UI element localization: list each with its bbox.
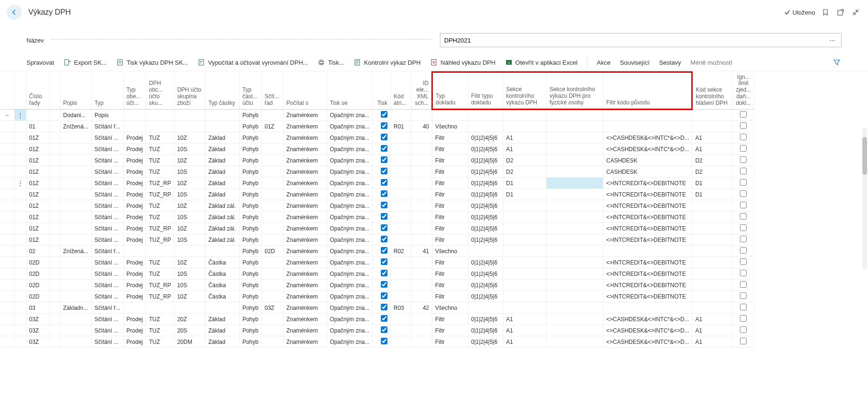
cell-dph-ucto[interactable] (174, 110, 205, 121)
cell-kod-sekce[interactable] (692, 302, 733, 314)
ign-checkbox[interactable] (740, 236, 747, 242)
cell-tisk[interactable] (373, 166, 391, 178)
cell-filtr-typu[interactable]: 0|1|2|4|5|6 (468, 212, 503, 223)
ign-checkbox[interactable] (740, 326, 747, 333)
cell-sekce-kv[interactable]: D2 (503, 155, 547, 166)
table-row[interactable]: 01ZSčítání ...ProdejTUZ_RP10SZáklad zál.… (0, 234, 754, 246)
cell-filtr-kodu[interactable]: <>INTCREDIT&<>DEBITNOTE (603, 291, 692, 302)
table-row[interactable]: 01ZSčítání ...ProdejTUZ10SZákladPohybZna… (0, 166, 754, 178)
reports-button[interactable]: Sestavy (659, 59, 681, 66)
cell-typ[interactable]: Sčítání ř... (91, 121, 123, 132)
cell-typ-dokladu[interactable]: Filtr (432, 200, 468, 212)
row-menu[interactable] (14, 336, 26, 348)
cell-pocitat-s[interactable]: Znaménkem (283, 246, 327, 257)
cell-id-xml[interactable] (412, 291, 432, 302)
cell-tisk[interactable] (373, 200, 391, 212)
cell-typ-cast-uctu[interactable]: Pohyb (239, 223, 261, 234)
row-menu[interactable] (14, 132, 26, 144)
cell-sekce-kv[interactable] (503, 223, 547, 234)
related-button[interactable]: Související (620, 59, 650, 66)
ign-checkbox[interactable] (740, 338, 747, 344)
table-row[interactable]: 03ZSčítání ...ProdejTUZ20SZákladPohybZna… (0, 325, 754, 336)
cell-typ[interactable]: Sčítání ... (91, 155, 123, 166)
cell-typ-castky[interactable]: Základ (205, 178, 239, 189)
cell-kod-sekce[interactable] (692, 110, 733, 121)
cell-ign[interactable] (733, 144, 754, 155)
cell-scit-rad[interactable] (261, 144, 283, 155)
cell-tisk[interactable] (373, 110, 391, 121)
cell-id-xml[interactable] (412, 132, 432, 144)
cell-filtr-typu[interactable] (468, 302, 503, 314)
cell-dph-ucto[interactable]: 20DM (174, 336, 205, 348)
cell-dph-obch[interactable]: TUZ (146, 268, 174, 280)
cell-row-no[interactable]: 03Z (26, 336, 50, 348)
cell-tisk[interactable] (373, 336, 391, 348)
cell-tisk-se[interactable]: Opačným zna... (327, 268, 372, 280)
cell-tisk[interactable] (373, 189, 391, 200)
cell-dph-obch[interactable]: TUZ (146, 144, 174, 155)
cell-scit-rad[interactable]: 01Z (261, 121, 283, 132)
cell-tisk-se[interactable]: Opačným zna... (327, 302, 372, 314)
cell-id-xml[interactable] (412, 189, 432, 200)
cell-typ[interactable]: Sčítání ... (91, 234, 123, 246)
cell-filtr-kodu[interactable]: <>CASHDESK&<>INTC*&<>D... (603, 336, 692, 348)
cell-filtr-kodu[interactable]: <>CASHDESK&<>INTC*&<>D... (603, 144, 692, 155)
tisk-checkbox[interactable] (381, 134, 387, 140)
cell-dph-ucto[interactable]: 10S (174, 280, 205, 291)
cell-typ[interactable]: Sčítání ... (91, 178, 123, 189)
cell-ign[interactable] (733, 325, 754, 336)
cell-typ-obch[interactable]: Prodej (123, 200, 146, 212)
cell-typ[interactable]: Sčítání ... (91, 325, 123, 336)
cell-filtr-typu[interactable]: 0|1|2|4|5|6 (468, 223, 503, 234)
cell-typ-cast-uctu[interactable]: Pohyb (239, 121, 261, 132)
cell-typ[interactable]: Sčítání ... (91, 280, 123, 291)
ign-checkbox[interactable] (740, 315, 747, 322)
cell-filtr-kodu[interactable]: <>CASHDESK&<>INTC*&<>D... (603, 132, 692, 144)
cell-sekce-kv-fo[interactable] (547, 144, 603, 155)
bookmark-icon[interactable] (821, 8, 830, 17)
cell-typ-cast-uctu[interactable]: Pohyb (239, 155, 261, 166)
cell-tisk-se[interactable]: Opačným zna... (327, 121, 372, 132)
cell-dph-obch[interactable]: TUZ_RP (146, 223, 174, 234)
cell-scit-rad[interactable]: 03Z (261, 302, 283, 314)
cell-tisk[interactable] (373, 178, 391, 189)
cell-scit-rad[interactable] (261, 155, 283, 166)
cell-pocitat-s[interactable]: Znaménkem (283, 200, 327, 212)
cell-dph-obch[interactable]: TUZ_RP (146, 189, 174, 200)
cell-sekce-kv-fo[interactable] (547, 110, 603, 121)
cell-sekce-kv-fo[interactable] (547, 325, 603, 336)
cell-dph-ucto[interactable]: 10S (174, 189, 205, 200)
cell-tisk[interactable] (373, 155, 391, 166)
cell-typ-dokladu[interactable]: Filtr (432, 325, 468, 336)
cell-popis[interactable] (60, 257, 91, 268)
col-scit-rad[interactable]: Sčít...řad (261, 72, 283, 110)
cell-typ-cast-uctu[interactable]: Pohyb (239, 166, 261, 178)
cell-sekce-kv-fo[interactable] (547, 132, 603, 144)
cell-typ[interactable]: Sčítání ... (91, 314, 123, 325)
cell-popis[interactable] (60, 155, 91, 166)
cell-filtr-typu[interactable] (468, 246, 503, 257)
col-dph-obch[interactable]: DPHobc...účtosku... (146, 72, 174, 110)
cell-kod-atri[interactable] (391, 144, 412, 155)
ign-checkbox[interactable] (740, 304, 747, 310)
cell-row-no[interactable]: 02D (26, 257, 50, 268)
cell-typ-obch[interactable]: Prodej (123, 223, 146, 234)
manage-button[interactable]: Spravovat (26, 59, 54, 66)
row-menu[interactable] (14, 280, 26, 291)
cell-id-xml[interactable] (412, 314, 432, 325)
cell-typ-castky[interactable]: Základ (205, 336, 239, 348)
cell-typ-obch[interactable]: Prodej (123, 189, 146, 200)
grid-scroll[interactable]: Číslořady Popis Typ Typobe...účt... DPHo… (0, 71, 868, 348)
cell-filtr-kodu[interactable]: <>CASHDESK&<>INTC*&<>D... (603, 314, 692, 325)
cell-dph-obch[interactable]: TUZ (146, 166, 174, 178)
cell-typ-castky[interactable]: Základ (205, 325, 239, 336)
cell-sekce-kv-fo[interactable] (547, 234, 603, 246)
fewer-options-button[interactable]: Méně možností (690, 59, 732, 66)
cell-filtr-typu[interactable]: 0|1|2|4|5|6 (468, 268, 503, 280)
cell-kod-atri[interactable] (391, 166, 412, 178)
preview-button[interactable]: Náhled výkazu DPH (430, 59, 495, 66)
cell-typ-cast-uctu[interactable]: Pohyb (239, 234, 261, 246)
cell-filtr-typu[interactable]: 0|1|2|4|5|6 (468, 189, 503, 200)
cell-filtr-kodu[interactable] (603, 110, 692, 121)
cell-filtr-kodu[interactable]: <>INTCREDIT&<>DEBITNOTE (603, 223, 692, 234)
